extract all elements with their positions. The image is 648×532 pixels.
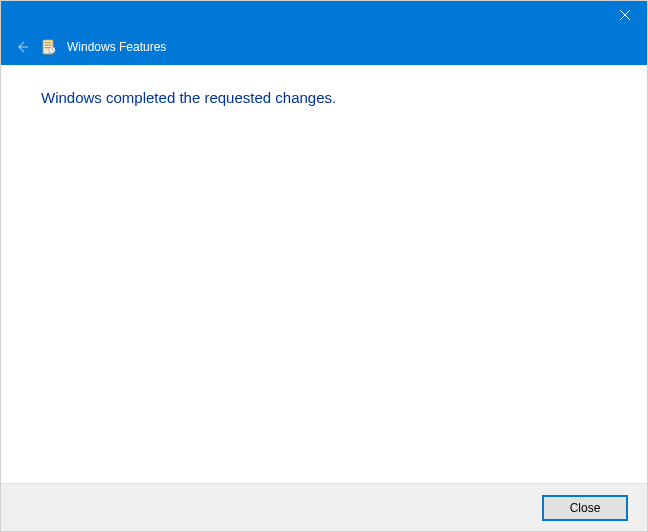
close-icon bbox=[620, 10, 630, 20]
svg-rect-4 bbox=[45, 42, 52, 43]
window-close-button[interactable] bbox=[603, 1, 647, 29]
close-button[interactable]: Close bbox=[543, 496, 627, 520]
title-bar bbox=[1, 1, 647, 29]
svg-rect-5 bbox=[45, 45, 52, 46]
content-area: Windows completed the requested changes. bbox=[1, 65, 647, 483]
windows-features-icon bbox=[41, 39, 57, 55]
footer-bar: Close bbox=[1, 483, 647, 531]
back-arrow-icon bbox=[14, 39, 30, 55]
completion-message: Windows completed the requested changes. bbox=[41, 89, 607, 106]
back-button bbox=[13, 38, 31, 56]
header-title: Windows Features bbox=[67, 40, 166, 54]
header-bar: Windows Features bbox=[1, 29, 647, 65]
